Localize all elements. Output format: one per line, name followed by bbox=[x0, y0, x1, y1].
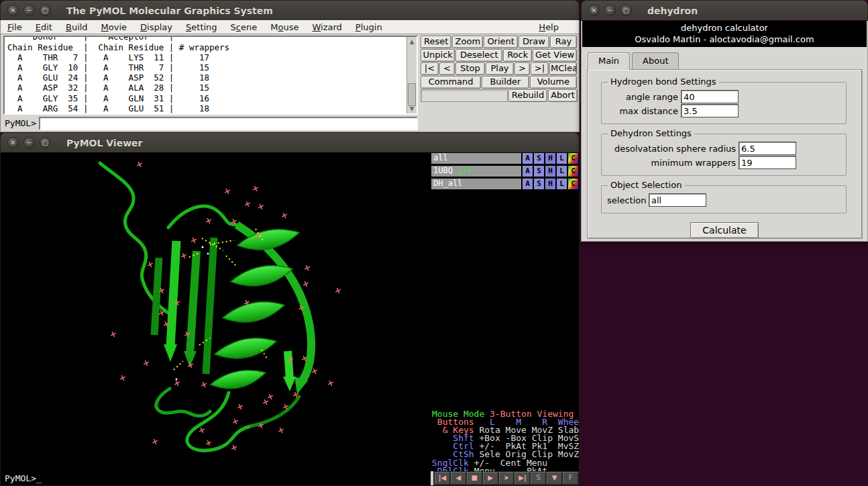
unpick-button[interactable]: Unpick bbox=[421, 49, 455, 62]
command-input[interactable] bbox=[39, 117, 418, 130]
command-prompt-label: PyMOL> bbox=[3, 118, 39, 128]
object-name[interactable]: all bbox=[431, 152, 522, 164]
pymol-viewer-window: ✕ − ▢ PyMOL Viewer bbox=[0, 132, 580, 486]
minimize-icon[interactable]: − bbox=[23, 5, 35, 16]
close-icon[interactable]: ✕ bbox=[7, 5, 19, 16]
menu-help[interactable]: Help bbox=[539, 22, 559, 32]
object-a-button[interactable]: A bbox=[522, 178, 533, 190]
builder-button[interactable]: Builder bbox=[482, 76, 529, 89]
plugin-author: Osvaldo Martin - aloctavodia@gmail.com bbox=[582, 34, 867, 45]
object-a-button[interactable]: A bbox=[522, 152, 533, 164]
object-selection-group: Object Selection selection bbox=[601, 185, 847, 213]
menu-edit[interactable]: Edit bbox=[36, 22, 52, 32]
object-a-button[interactable]: A bbox=[522, 165, 533, 177]
menu-wizard[interactable]: Wizard bbox=[312, 22, 341, 32]
frame-menu-button[interactable]: ▼ bbox=[547, 472, 562, 485]
menu-mouse[interactable]: Mouse bbox=[270, 22, 299, 32]
object-c-button[interactable]: C bbox=[567, 152, 579, 164]
forward-end-button[interactable]: ▶| bbox=[514, 472, 530, 485]
dehydron-window: ✕ − ▢ dehydron dehydron calculator Osval… bbox=[581, 0, 868, 241]
plugin-title: dehydron calculator bbox=[582, 22, 867, 34]
object-c-button[interactable]: C bbox=[567, 165, 579, 177]
menu-items: FileEditBuildMovieDisplaySettingSceneMou… bbox=[7, 22, 396, 32]
object-l-button[interactable]: L bbox=[556, 165, 567, 177]
angle-range-field[interactable] bbox=[681, 90, 739, 103]
calculate-button[interactable]: Calculate bbox=[690, 222, 758, 238]
movie-forward-button[interactable]: > bbox=[514, 62, 530, 75]
tab-main[interactable]: Main bbox=[588, 52, 630, 70]
deselect-button[interactable]: Deselect bbox=[455, 49, 502, 62]
main-window-title: The PyMOL Molecular Graphics System bbox=[66, 5, 273, 16]
dehydron-titlebar[interactable]: ✕ − ▢ dehydron bbox=[581, 0, 868, 20]
object-s-button[interactable]: S bbox=[533, 165, 545, 177]
rewind-start-button[interactable]: |◀ bbox=[435, 472, 450, 485]
desolvatation-radius-field[interactable] bbox=[739, 142, 796, 155]
orient-button[interactable]: Orient bbox=[484, 36, 517, 48]
draw-button[interactable]: Draw bbox=[519, 36, 549, 48]
object-h-button[interactable]: H bbox=[545, 178, 556, 190]
maximize-icon[interactable]: ▢ bbox=[620, 5, 632, 16]
movie-end-button[interactable]: >| bbox=[531, 62, 549, 75]
object-s-button[interactable]: S bbox=[533, 152, 545, 164]
maximize-icon[interactable]: ▢ bbox=[40, 137, 51, 148]
scroll-thumb[interactable] bbox=[408, 83, 416, 106]
menu-movie[interactable]: Movie bbox=[101, 22, 127, 32]
menu-file[interactable]: File bbox=[7, 22, 22, 32]
ray-button[interactable]: Ray bbox=[550, 36, 577, 48]
movie-stop-button[interactable]: Stop bbox=[455, 62, 485, 75]
menu-build[interactable]: Build bbox=[66, 22, 88, 32]
volume-button[interactable]: Volume bbox=[530, 76, 577, 89]
movie-start-button[interactable]: |< bbox=[421, 62, 439, 75]
step-forward-button[interactable]: ➤ bbox=[499, 472, 514, 485]
get-view-button[interactable]: Get View bbox=[533, 49, 577, 62]
max-distance-label: max distance bbox=[607, 106, 681, 116]
scene-loop-button[interactable]: S bbox=[531, 472, 546, 485]
max-distance-field[interactable] bbox=[681, 104, 739, 117]
rebuild-button[interactable]: Rebuild bbox=[508, 89, 547, 102]
object-h-button[interactable]: H bbox=[545, 152, 556, 164]
angle-range-label: angle range bbox=[607, 92, 681, 102]
tab-about[interactable]: About bbox=[632, 52, 679, 70]
main-titlebar[interactable]: ✕ − ▢ The PyMOL Molecular Graphics Syste… bbox=[0, 0, 580, 20]
menu-scene[interactable]: Scene bbox=[231, 22, 258, 32]
rock-button[interactable]: Rock bbox=[503, 49, 532, 62]
object-row: allASHLC bbox=[431, 152, 579, 164]
stop-button[interactable]: ■ bbox=[467, 472, 482, 485]
menu-plugin[interactable]: Plugin bbox=[356, 22, 382, 32]
reset-button[interactable]: Reset bbox=[421, 36, 451, 48]
viewer-command-prompt[interactable]: PyMOL>_ bbox=[5, 473, 42, 483]
console-scrollbar[interactable]: ▲ ▼ bbox=[406, 37, 417, 113]
movie-back-button[interactable]: < bbox=[439, 62, 455, 75]
scroll-up-icon[interactable]: ▲ bbox=[408, 38, 416, 46]
viewer-titlebar[interactable]: ✕ − ▢ PyMOL Viewer bbox=[0, 132, 580, 152]
step-back-button[interactable]: ◀ bbox=[451, 472, 466, 485]
object-h-button[interactable]: H bbox=[545, 165, 556, 177]
minimize-icon[interactable]: − bbox=[604, 5, 616, 16]
object-l-button[interactable]: L bbox=[556, 178, 567, 190]
close-icon[interactable]: ✕ bbox=[7, 137, 19, 148]
feedback-console[interactable]: Donor | Acceptor | Chain Residue | Chain… bbox=[3, 36, 418, 115]
abort-button[interactable]: Abort bbox=[548, 89, 578, 102]
viewer-3d-canvas[interactable] bbox=[1, 152, 431, 486]
zoom-button[interactable]: Zoom bbox=[452, 36, 483, 48]
object-c-button[interactable]: C bbox=[567, 178, 579, 190]
movie-play-button[interactable]: Play bbox=[486, 62, 514, 75]
play-button[interactable]: ▶ bbox=[483, 472, 498, 485]
object-l-button[interactable]: L bbox=[556, 152, 567, 164]
menu-setting[interactable]: Setting bbox=[186, 22, 217, 32]
command-button[interactable]: Command bbox=[421, 76, 481, 89]
object-s-button[interactable]: S bbox=[533, 178, 545, 190]
selection-field[interactable] bbox=[649, 193, 706, 207]
maximize-icon[interactable]: ▢ bbox=[40, 5, 51, 16]
menu-display[interactable]: Display bbox=[140, 22, 172, 32]
object-name[interactable]: 1UBQ 1/1 bbox=[431, 165, 522, 177]
object-name[interactable]: DH_all bbox=[431, 178, 522, 190]
minimum-wrappers-field[interactable] bbox=[739, 156, 796, 169]
object-list: allASHLC1UBQ 1/1ASHLCDH_allASHLC bbox=[431, 152, 579, 190]
fullscreen-button[interactable]: F bbox=[563, 472, 578, 485]
mclear-button[interactable]: MClear bbox=[549, 62, 577, 75]
minimize-icon[interactable]: − bbox=[23, 137, 35, 148]
close-icon[interactable]: ✕ bbox=[588, 5, 600, 16]
scroll-down-icon[interactable]: ▼ bbox=[408, 105, 416, 113]
hydrogen-bond-settings-group: Hydrogen bond Settings angle range max d… bbox=[601, 82, 847, 124]
